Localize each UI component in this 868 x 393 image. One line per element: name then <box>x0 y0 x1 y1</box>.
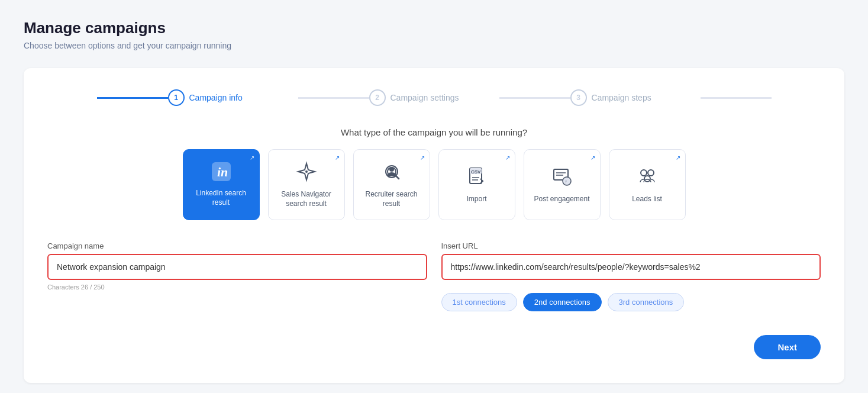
campaign-name-input[interactable] <box>47 254 427 280</box>
external-link-icon-linkedin: ↗ <box>250 154 254 161</box>
next-button[interactable]: Next <box>754 335 821 359</box>
svg-point-18 <box>648 170 654 176</box>
recruiter-icon <box>381 161 402 185</box>
campaign-name-group: Campaign name Characters 26 / 250 <box>47 241 427 291</box>
card-label-recruiter: Recruiter search result <box>360 190 424 208</box>
svg-point-19 <box>644 176 650 182</box>
page-title: Manage campaigns <box>24 19 844 37</box>
step-label-2: Campaign settings <box>391 93 459 102</box>
card-label-linkedin: LinkedIn search result <box>189 189 253 207</box>
svg-point-17 <box>641 170 647 176</box>
page-subtitle: Choose between options and get your camp… <box>24 41 844 50</box>
form-row: Campaign name Characters 26 / 250 Insert… <box>47 241 821 311</box>
campaign-type-recruiter[interactable]: ↗ Recruiter search result <box>353 149 430 220</box>
campaign-type-leads-list[interactable]: ↗ Leads list <box>609 149 686 220</box>
linkedin-icon: in <box>212 162 231 184</box>
url-group: Insert URL 1st connections 2nd connectio… <box>441 241 821 311</box>
step-1: 1 Campaign info <box>168 89 298 106</box>
card-label-sales-navigator: Sales Navigator search result <box>275 190 338 208</box>
step-circle-3: 3 <box>570 89 587 106</box>
section-question: What type of the campaign you will be ru… <box>47 127 821 137</box>
char-count: Characters 26 / 250 <box>47 284 427 291</box>
campaign-type-post-engagement[interactable]: ↗ ↑ Post engagement <box>524 149 601 220</box>
compass-icon <box>296 161 317 185</box>
svg-text:CSV: CSV <box>471 169 481 175</box>
external-link-icon-import: ↗ <box>505 154 510 161</box>
pill-3rd-connections[interactable]: 3rd connections <box>608 293 685 311</box>
pill-1st-connections[interactable]: 1st connections <box>441 293 517 311</box>
step-line-4 <box>701 97 772 99</box>
step-line-3 <box>499 97 570 99</box>
campaign-types: ↗ in LinkedIn search result ↗ <box>47 149 821 220</box>
url-input[interactable] <box>441 254 821 280</box>
campaign-type-import[interactable]: ↗ CSV Import <box>438 149 515 220</box>
step-line-1 <box>97 97 168 99</box>
card-label-post-engagement: Post engagement <box>534 195 589 204</box>
svg-point-2 <box>305 170 308 173</box>
campaign-type-linkedin[interactable]: ↗ in LinkedIn search result <box>183 149 260 220</box>
external-link-icon-recruiter: ↗ <box>420 154 425 161</box>
card-label-leads-list: Leads list <box>632 195 662 204</box>
campaign-name-label: Campaign name <box>47 241 427 250</box>
svg-text:in: in <box>217 165 228 179</box>
csv-icon: CSV <box>466 166 488 190</box>
svg-text:↑: ↑ <box>564 179 567 185</box>
svg-line-6 <box>395 175 399 179</box>
bottom-bar: Next <box>47 335 821 359</box>
post-icon: ↑ <box>551 166 573 190</box>
step-circle-1: 1 <box>168 89 185 106</box>
campaign-type-sales-navigator[interactable]: ↗ Sales Navigator search result <box>268 149 345 220</box>
external-link-icon-leads: ↗ <box>676 154 680 161</box>
connection-pills: 1st connections 2nd connections 3rd conn… <box>441 293 821 311</box>
url-label: Insert URL <box>441 241 821 250</box>
leads-icon <box>637 166 658 190</box>
card-label-import: Import <box>466 195 486 204</box>
step-line-2 <box>298 97 369 99</box>
step-label-1: Campaign info <box>189 93 243 102</box>
stepper: 1 Campaign info 2 Campaign settings 3 Ca… <box>47 89 821 106</box>
step-label-3: Campaign steps <box>592 93 651 102</box>
step-3: 3 Campaign steps <box>570 89 701 106</box>
external-link-icon-post: ↗ <box>591 154 595 161</box>
page-container: Manage campaigns Choose between options … <box>0 0 868 393</box>
step-2: 2 Campaign settings <box>369 89 499 106</box>
external-link-icon-sales: ↗ <box>335 154 340 161</box>
step-circle-2: 2 <box>369 89 386 106</box>
main-card: 1 Campaign info 2 Campaign settings 3 Ca… <box>24 68 844 383</box>
pill-2nd-connections[interactable]: 2nd connections <box>523 293 602 311</box>
